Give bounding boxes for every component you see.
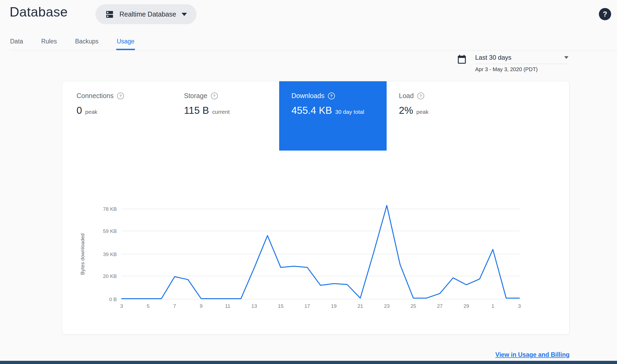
metric-value: 115 B <box>184 105 209 116</box>
metric-tile-storage[interactable]: Storage ? 115 B current <box>172 81 279 151</box>
metric-unit: peak <box>85 109 98 115</box>
metric-label: Load <box>399 92 414 100</box>
metric-tile-downloads[interactable]: Downloads ? 455.4 KB 30 day total <box>279 81 387 151</box>
metric-label: Connections <box>77 92 114 100</box>
svg-text:11: 11 <box>225 303 230 309</box>
svg-text:5: 5 <box>147 303 150 309</box>
tab-bar: Data Rules Backups Usage <box>10 35 617 50</box>
svg-text:15: 15 <box>278 303 283 309</box>
svg-text:78 KB: 78 KB <box>103 206 117 212</box>
page-title: Database <box>10 4 68 20</box>
svg-text:3: 3 <box>120 303 123 309</box>
usage-card: Connections ? 0 peak Storage ? 115 B cur… <box>62 81 570 335</box>
metric-unit: 30 day total <box>335 109 364 115</box>
metric-label: Downloads <box>291 92 324 100</box>
help-circle-icon[interactable]: ? <box>117 92 124 99</box>
tab-backups[interactable]: Backups <box>74 35 99 50</box>
metric-value: 2% <box>399 105 413 116</box>
metric-unit: peak <box>416 109 428 115</box>
metric-value: 0 <box>77 105 82 116</box>
bottom-bar <box>0 361 617 364</box>
svg-text:23: 23 <box>384 303 390 309</box>
database-type-label: Realtime Database <box>119 10 176 18</box>
metric-unit: current <box>212 109 230 115</box>
svg-text:1: 1 <box>491 303 494 309</box>
question-mark-icon: ? <box>603 10 607 18</box>
svg-text:27: 27 <box>437 303 443 309</box>
date-range-selector[interactable]: Last 30 days Apr 3 - May 3, 2020 (PDT) <box>456 54 568 72</box>
svg-text:20 KB: 20 KB <box>103 273 117 279</box>
tab-rules[interactable]: Rules <box>41 35 58 50</box>
svg-text:17: 17 <box>305 303 310 309</box>
date-preset-label: Last 30 days <box>475 54 511 61</box>
metric-value: 455.4 KB <box>291 105 332 116</box>
realtime-database-icon <box>105 10 114 19</box>
svg-text:39 KB: 39 KB <box>103 252 117 257</box>
chevron-down-icon <box>564 56 568 59</box>
calendar-icon <box>456 54 467 65</box>
chevron-down-icon <box>182 13 187 16</box>
svg-text:19: 19 <box>331 303 336 309</box>
svg-text:7: 7 <box>173 303 176 309</box>
help-circle-icon[interactable]: ? <box>328 92 335 99</box>
svg-text:29: 29 <box>464 303 469 309</box>
metric-tile-load[interactable]: Load ? 2% peak <box>387 81 494 151</box>
help-circle-icon[interactable]: ? <box>417 92 424 99</box>
help-circle-icon[interactable]: ? <box>211 92 218 99</box>
database-type-selector[interactable]: Realtime Database <box>95 4 197 24</box>
date-range-text: Apr 3 - May 3, 2020 (PDT) <box>475 66 568 72</box>
svg-text:3: 3 <box>518 303 521 309</box>
svg-text:59 KB: 59 KB <box>103 228 117 234</box>
view-usage-billing-link[interactable]: View in Usage and Billing <box>495 351 570 358</box>
svg-text:13: 13 <box>251 303 257 309</box>
help-button[interactable]: ? <box>599 8 611 20</box>
svg-text:25: 25 <box>411 303 416 309</box>
tab-usage[interactable]: Usage <box>116 35 135 50</box>
svg-text:0 B: 0 B <box>109 297 117 302</box>
svg-text:21: 21 <box>358 303 363 309</box>
metric-tile-connections[interactable]: Connections ? 0 peak <box>64 81 172 151</box>
date-preset-row[interactable]: Last 30 days <box>475 54 568 64</box>
metric-label: Storage <box>184 92 207 100</box>
svg-text:Bytes downloaded: Bytes downloaded <box>80 233 85 275</box>
tab-data[interactable]: Data <box>10 35 24 50</box>
svg-text:9: 9 <box>200 303 203 309</box>
date-range-dropdown: Last 30 days Apr 3 - May 3, 2020 (PDT) <box>475 54 568 72</box>
downloads-line-chart: 78 KB59 KB39 KB20 KB0 B35791113151719212… <box>62 188 570 316</box>
